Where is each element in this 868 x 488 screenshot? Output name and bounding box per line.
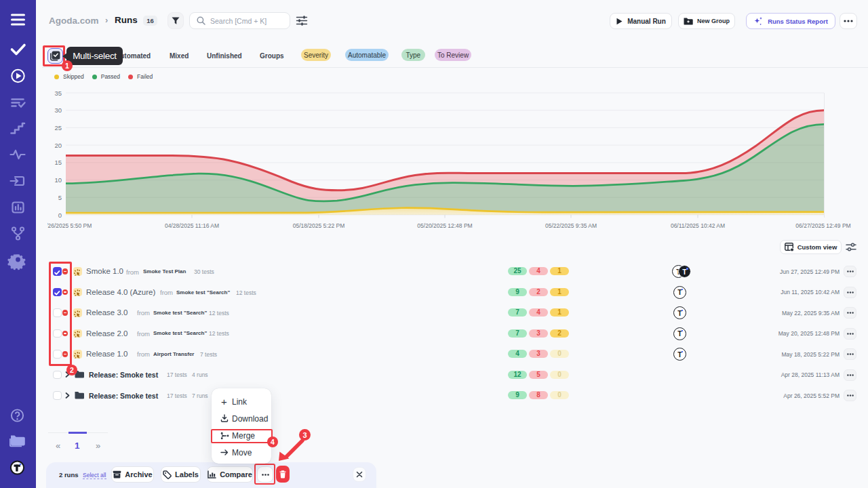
svg-text:05/20/2025 12:48 PM: 05/20/2025 12:48 PM <box>417 222 472 229</box>
svg-text:06/27/2025 12:49 PM: 06/27/2025 12:49 PM <box>795 222 850 229</box>
svg-text:10: 10 <box>54 176 62 184</box>
svg-text:35: 35 <box>54 89 62 97</box>
svg-text:5: 5 <box>58 194 62 201</box>
svg-text:05/22/2025 9:35 AM: 05/22/2025 9:35 AM <box>545 222 597 229</box>
svg-text:04/28/2025 11:16 AM: 04/28/2025 11:16 AM <box>165 222 219 229</box>
svg-text:05/18/2025 5:22 PM: 05/18/2025 5:22 PM <box>293 222 345 229</box>
svg-text:04/26/2025 5:50 PM: 04/26/2025 5:50 PM <box>47 222 92 229</box>
svg-text:06/11/2025 10:42 AM: 06/11/2025 10:42 AM <box>671 222 725 229</box>
svg-text:0: 0 <box>58 211 62 219</box>
svg-text:30: 30 <box>54 106 62 114</box>
svg-text:25: 25 <box>54 124 62 131</box>
svg-text:20: 20 <box>54 142 62 149</box>
svg-text:15: 15 <box>54 159 62 166</box>
